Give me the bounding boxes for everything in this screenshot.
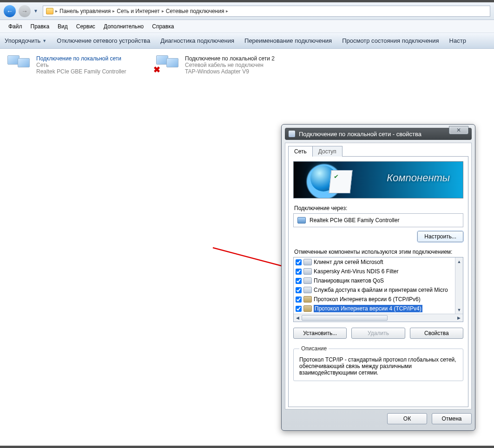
dialog-footer: ОК Отмена — [285, 413, 472, 424]
vertical-scrollbar[interactable]: ▲ ▼ — [455, 257, 463, 314]
toolbar-organize[interactable]: Упорядочить ▼ — [5, 37, 46, 44]
dialog-close-button[interactable]: ✕ — [449, 126, 468, 134]
toolbar-view-status[interactable]: Просмотр состояния подключения — [342, 37, 439, 44]
breadcrumb-seg[interactable]: Сетевые подключения — [166, 8, 224, 14]
adapter-label: Подключение через: — [294, 205, 462, 211]
error-x-icon: ✖ — [153, 65, 160, 75]
dialog-title: Подключение по локальной сети - свойства — [299, 131, 422, 138]
component-label: Служба доступа к файлам и принтерам сете… — [314, 287, 448, 293]
adapter-field: Realtek PCIe GBE Family Controller — [293, 213, 463, 227]
horizontal-scrollbar[interactable]: ◀ ▶ — [294, 314, 463, 322]
nav-forward-button[interactable]: → — [19, 5, 31, 17]
breadcrumb[interactable]: ▸ Панель управления ▸ Сеть и Интернет ▸ … — [43, 6, 490, 17]
properties-button[interactable]: Свойства — [410, 328, 463, 339]
network-icon — [7, 55, 32, 74]
properties-dialog: ✕ Подключение по локальной сети - свойст… — [281, 124, 475, 431]
tab-panel-network: Компоненты Подключение через: Realtek PC… — [288, 156, 468, 407]
nav-back-button[interactable]: ← — [4, 5, 16, 17]
description-box: Описание Протокол TCP/IP - стандартный п… — [293, 345, 463, 381]
remove-button: Удалить — [351, 328, 405, 339]
connection-title: Подключение по локальной сети — [36, 55, 126, 62]
adapter-name: Realtek PCIe GBE Family Controller — [310, 217, 399, 224]
breadcrumb-seg[interactable]: Сеть и Интернет — [117, 8, 159, 14]
component-icon — [303, 287, 312, 293]
tab-network[interactable]: Сеть — [288, 146, 313, 157]
component-icon — [303, 259, 312, 265]
component-icon — [303, 296, 312, 303]
component-icon — [303, 268, 312, 275]
list-item[interactable]: Протокол Интернета версии 6 (TCP/IPv6) — [294, 295, 455, 304]
list-item[interactable]: Kaspersky Anti-Virus NDIS 6 Filter — [294, 267, 455, 276]
description-text: Протокол TCP/IP - стандартный протокол г… — [299, 356, 457, 376]
list-item[interactable]: Протокол Интернета версии 4 (TCP/IPv4) — [294, 304, 455, 313]
content-area: Подключение по локальной сети Сеть Realt… — [0, 49, 494, 446]
component-checkbox[interactable] — [296, 296, 302, 303]
address-bar: ← → ▼ ▸ Панель управления ▸ Сеть и Интер… — [0, 2, 494, 20]
install-button[interactable]: Установить... — [293, 328, 347, 339]
dialog-body: Сеть Доступ Компоненты Подключение через… — [285, 143, 472, 409]
component-checkbox[interactable] — [296, 259, 302, 265]
component-icon — [303, 277, 312, 284]
toolbar-rename[interactable]: Переименование подключения — [244, 37, 332, 44]
network-icon — [289, 131, 295, 137]
scroll-down-icon[interactable]: ▼ — [455, 306, 463, 314]
ok-button[interactable]: ОК — [387, 413, 427, 424]
chevron-right-icon: ▸ — [112, 8, 115, 13]
component-icon — [303, 305, 312, 312]
component-label: Протокол Интернета версии 4 (TCP/IPv4) — [314, 305, 422, 312]
tab-access[interactable]: Доступ — [312, 146, 343, 157]
toolbar-disable-device[interactable]: Отключение сетевого устройства — [57, 37, 150, 44]
list-item[interactable]: Клиент для сетей Microsoft — [294, 257, 455, 267]
chevron-down-icon: ▼ — [42, 39, 46, 43]
toolbar-config[interactable]: Настр — [449, 37, 466, 44]
list-item[interactable]: Планировщик пакетов QoS — [294, 276, 455, 285]
chevron-right-icon: ▸ — [55, 8, 58, 13]
components-banner: Компоненты — [293, 161, 463, 198]
nic-icon — [297, 217, 306, 224]
component-label: Kaspersky Anti-Virus NDIS 6 Filter — [314, 268, 399, 275]
component-checkbox[interactable] — [296, 306, 302, 312]
connection-title: Подключение по локальной сети 2 — [185, 55, 275, 62]
menu-edit[interactable]: Правка — [27, 21, 53, 32]
dialog-titlebar[interactable]: Подключение по локальной сети - свойства — [285, 128, 472, 140]
chevron-right-icon: ▸ — [226, 8, 228, 13]
toolbar-diagnose[interactable]: Диагностика подключения — [160, 37, 234, 44]
menu-bar: Файл Правка Вид Сервис Дополнительно Спр… — [0, 20, 494, 33]
configure-button[interactable]: Настроить... — [417, 231, 463, 242]
connection-item[interactable]: Подключение по локальной сети Сеть Realt… — [4, 52, 148, 79]
components-list: Клиент для сетей MicrosoftKaspersky Anti… — [293, 257, 463, 322]
component-checkbox[interactable] — [296, 269, 302, 275]
breadcrumb-seg[interactable]: Панель управления — [59, 8, 111, 14]
menu-service[interactable]: Сервис — [72, 21, 99, 32]
connection-status: Сеть — [36, 62, 126, 68]
network-icon: ✖ — [156, 55, 180, 74]
component-label: Протокол Интернета версии 6 (TCP/IPv6) — [314, 296, 421, 303]
menu-help[interactable]: Справка — [148, 21, 178, 32]
banner-title: Компоненты — [387, 172, 450, 184]
command-bar: Упорядочить ▼ Отключение сетевого устрой… — [0, 33, 494, 49]
scroll-up-icon[interactable]: ▲ — [455, 257, 463, 265]
connection-status: Сетевой кабель не подключен — [185, 62, 275, 68]
chevron-right-icon: ▸ — [162, 8, 164, 13]
list-item[interactable]: Служба доступа к файлам и принтерам сете… — [294, 285, 455, 295]
connection-device: Realtek PCIe GBE Family Controller — [36, 68, 126, 75]
component-checkbox[interactable] — [296, 287, 302, 293]
connection-item[interactable]: ✖ Подключение по локальной сети 2 Сетево… — [152, 52, 296, 79]
description-legend: Описание — [299, 345, 329, 352]
menu-advanced[interactable]: Дополнительно — [100, 21, 147, 32]
component-label: Клиент для сетей Microsoft — [314, 259, 383, 265]
connection-device: TAP-Windows Adapter V9 — [185, 68, 275, 75]
nav-history-dropdown[interactable]: ▼ — [33, 8, 40, 13]
explorer-window: ← → ▼ ▸ Панель управления ▸ Сеть и Интер… — [0, 2, 494, 446]
checklist-icon — [329, 170, 352, 193]
scroll-left-icon[interactable]: ◀ — [294, 314, 302, 322]
menu-file[interactable]: Файл — [5, 21, 26, 32]
folder-icon — [46, 8, 53, 14]
components-label: Отмеченные компоненты используются этим … — [294, 249, 462, 255]
scroll-right-icon[interactable]: ▶ — [455, 314, 463, 322]
cancel-button[interactable]: Отмена — [432, 413, 472, 424]
component-checkbox[interactable] — [296, 278, 302, 284]
tab-strip: Сеть Доступ — [288, 146, 471, 157]
menu-view[interactable]: Вид — [54, 21, 72, 32]
scroll-thumb[interactable] — [302, 315, 388, 321]
